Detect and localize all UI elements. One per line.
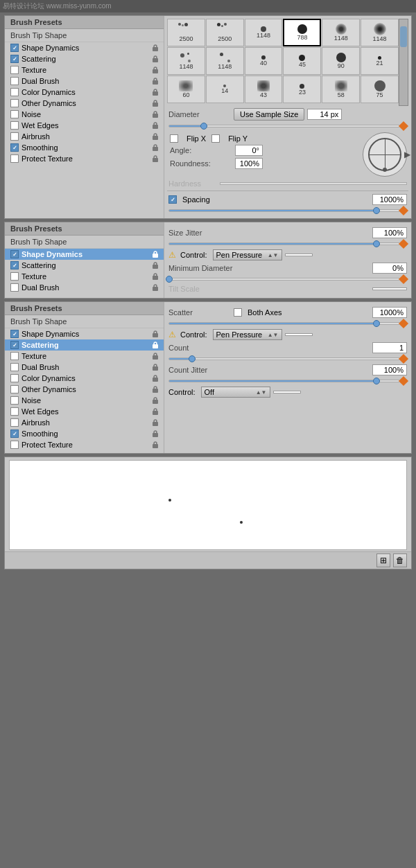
new-preset-btn[interactable]: ⊞: [376, 553, 390, 567]
brush-cell-3-selected[interactable]: 788: [283, 19, 321, 46]
panel3-sidebar-item-protect-texture[interactable]: Protect Texture: [5, 439, 164, 450]
sidebar-item-smoothing[interactable]: Smoothing: [5, 142, 164, 153]
diameter-value[interactable]: 14 px: [307, 109, 342, 120]
panel3-sidebar-item-color-dynamics[interactable]: Color Dynamics: [5, 373, 164, 384]
brush-cell-0[interactable]: 2500: [167, 19, 205, 46]
panel3-sidebar-item-dual-brush[interactable]: Dual Brush: [5, 362, 164, 373]
checkbox-flip-x[interactable]: [170, 134, 178, 143]
checkbox-other-dynamics[interactable]: [10, 99, 19, 107]
brush-cell-16[interactable]: 58: [322, 76, 360, 103]
brush-cell-1[interactable]: 2500: [206, 19, 244, 46]
scatter-value[interactable]: 1000%: [372, 307, 407, 318]
panel3-sidebar-item-smoothing[interactable]: Smoothing: [5, 428, 164, 439]
panel2-checkbox-shape-dynamics[interactable]: [10, 250, 19, 258]
panel2-checkbox-dual-brush[interactable]: [10, 283, 19, 292]
checkbox-shape-dynamics[interactable]: [10, 44, 19, 52]
panel2-checkbox-scattering[interactable]: [10, 261, 19, 269]
control2-select[interactable]: Off ▲▼: [201, 387, 270, 398]
scatter-slider[interactable]: [168, 322, 400, 325]
delete-preset-btn[interactable]: 🗑: [393, 553, 407, 567]
panel3-sidebar-item-texture[interactable]: Texture: [5, 351, 164, 362]
brush-cell-5[interactable]: 1148: [361, 19, 399, 46]
panel2-brush-tip-shape[interactable]: Brush Tip Shape: [5, 236, 164, 249]
panel1-brush-tip-shape[interactable]: Brush Tip Shape: [5, 29, 164, 42]
panel3-checkbox-noise[interactable]: [10, 396, 19, 405]
panel3-checkbox-protect-texture[interactable]: [10, 441, 19, 449]
checkbox-wet-edges[interactable]: [10, 121, 19, 130]
size-jitter-slider[interactable]: [168, 242, 400, 245]
sidebar-item-scattering[interactable]: Scattering: [5, 53, 164, 64]
brush-cell-8[interactable]: 40: [245, 47, 283, 75]
checkbox-spacing[interactable]: [168, 195, 177, 204]
checkbox-flip-y[interactable]: [211, 134, 220, 143]
checkbox-color-dynamics[interactable]: [10, 88, 19, 96]
panel2-sidebar-item-scattering[interactable]: Scattering: [5, 260, 164, 271]
use-sample-size-btn[interactable]: Use Sample Size: [234, 108, 304, 121]
panel3-sidebar-item-scattering[interactable]: Scattering: [5, 339, 164, 351]
panel3-sidebar-item-shape-dynamics[interactable]: Shape Dynamics: [5, 328, 164, 339]
control1-scatter-select[interactable]: Pen Pressure ▲▼: [213, 329, 282, 340]
panel3-sidebar-item-noise[interactable]: Noise: [5, 395, 164, 406]
brush-cell-12[interactable]: 60: [167, 76, 205, 103]
panel2-sidebar-item-shape-dynamics[interactable]: Shape Dynamics: [5, 249, 164, 260]
brush-cell-9[interactable]: 45: [283, 47, 321, 75]
size-jitter-value[interactable]: 100%: [372, 227, 407, 238]
checkbox-texture[interactable]: [10, 66, 19, 74]
panel3-checkbox-smoothing[interactable]: [10, 429, 19, 438]
brush-cell-11[interactable]: 21: [361, 47, 399, 75]
brush-cell-17[interactable]: 75: [361, 76, 399, 103]
checkbox-noise[interactable]: [10, 110, 19, 118]
hardness-track[interactable]: [220, 182, 407, 185]
checkbox-scattering[interactable]: [10, 55, 19, 63]
count-slider[interactable]: [168, 357, 400, 360]
checkbox-protect-texture[interactable]: [10, 154, 19, 163]
control1-scatter-extra[interactable]: [285, 333, 313, 336]
panel3-checkbox-shape-dynamics[interactable]: [10, 330, 19, 338]
panel3-checkbox-scattering[interactable]: [10, 341, 19, 349]
checkbox-both-axes[interactable]: [234, 308, 242, 317]
panel3-sidebar-item-airbrush[interactable]: Airbrush: [5, 417, 164, 428]
checkbox-dual-brush[interactable]: [10, 77, 19, 85]
checkbox-airbrush[interactable]: [10, 132, 19, 141]
panel3-checkbox-wet-edges[interactable]: [10, 407, 19, 416]
control1-select[interactable]: Pen Pressure ▲▼: [213, 249, 282, 260]
angle-value[interactable]: 0°: [235, 145, 263, 156]
spacing-value[interactable]: 1000%: [372, 194, 407, 205]
panel3-checkbox-dual-brush[interactable]: [10, 363, 19, 371]
panel3-sidebar-item-wet-edges[interactable]: Wet Edges: [5, 406, 164, 417]
brush-grid-scrollbar[interactable]: [399, 19, 408, 106]
brush-cell-10[interactable]: 90: [322, 47, 360, 75]
sidebar-item-wet-edges[interactable]: Wet Edges: [5, 120, 164, 131]
min-diameter-value[interactable]: 0%: [372, 263, 407, 274]
brush-cell-14[interactable]: 43: [245, 76, 283, 103]
sidebar-item-other-dynamics[interactable]: Other Dynamics: [5, 98, 164, 109]
panel3-checkbox-other-dynamics[interactable]: [10, 385, 19, 393]
sidebar-item-texture[interactable]: Texture: [5, 64, 164, 76]
brush-cell-4[interactable]: 1148: [322, 19, 360, 46]
angle-preview-circle[interactable]: ▶: [363, 132, 407, 177]
brush-cell-13[interactable]: 14: [206, 76, 244, 103]
panel3-checkbox-texture[interactable]: [10, 352, 19, 360]
sidebar-item-dual-brush[interactable]: Dual Brush: [5, 76, 164, 87]
panel3-sidebar-item-other-dynamics[interactable]: Other Dynamics: [5, 384, 164, 395]
sidebar-item-shape-dynamics[interactable]: Shape Dynamics: [5, 42, 164, 53]
count-jitter-slider[interactable]: [168, 380, 400, 382]
roundness-value[interactable]: 100%: [235, 158, 263, 169]
spacing-slider[interactable]: [168, 209, 400, 212]
tilt-scale-value[interactable]: [372, 287, 407, 290]
sidebar-item-protect-texture[interactable]: Protect Texture: [5, 153, 164, 164]
brush-cell-2[interactable]: 1148: [245, 19, 283, 46]
panel2-sidebar-item-dual-brush[interactable]: Dual Brush: [5, 282, 164, 293]
sidebar-item-noise[interactable]: Noise: [5, 109, 164, 120]
checkbox-smoothing[interactable]: [10, 143, 19, 152]
sidebar-item-airbrush[interactable]: Airbrush: [5, 131, 164, 142]
count-value[interactable]: 1: [372, 342, 407, 353]
brush-cell-7[interactable]: 1148: [206, 47, 244, 75]
min-diameter-slider[interactable]: [168, 278, 400, 281]
panel3-checkbox-airbrush[interactable]: [10, 418, 19, 427]
control1-extra[interactable]: [285, 254, 313, 256]
control2-extra[interactable]: [273, 391, 301, 393]
panel2-sidebar-item-texture[interactable]: Texture: [5, 271, 164, 282]
brush-cell-15[interactable]: 23: [283, 76, 321, 103]
panel3-brush-tip-shape[interactable]: Brush Tip Shape: [5, 315, 164, 328]
